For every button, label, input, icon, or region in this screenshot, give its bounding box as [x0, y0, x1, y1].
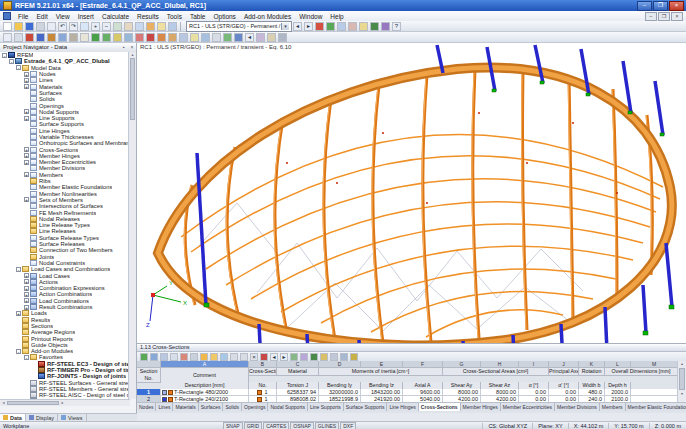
units-icon[interactable]	[267, 33, 276, 42]
expander-icon[interactable]	[32, 374, 37, 379]
table-panel-title[interactable]: 1.13 Cross-Sections	[137, 344, 686, 352]
table-delete-all-icon[interactable]: ×	[250, 353, 258, 361]
menu-item[interactable]: Window	[295, 13, 326, 20]
torsion-cell[interactable]: 6258337.94	[277, 389, 319, 396]
table-tab[interactable]: Line Supports	[308, 403, 344, 411]
printout-report-icon[interactable]	[348, 22, 357, 31]
zoom-out-icon[interactable]: −	[102, 22, 111, 31]
shear-az-cell[interactable]: 8000.00	[481, 389, 519, 396]
table-apply-icon[interactable]	[140, 353, 148, 361]
table-copy-row-icon[interactable]	[160, 353, 168, 361]
status-toggle-button[interactable]: GLINES	[315, 422, 339, 429]
view-3d-icon[interactable]	[234, 33, 243, 42]
expander-icon[interactable]: +	[24, 305, 29, 310]
row-number-cell[interactable]: 1	[137, 389, 161, 396]
scroll-left-icon[interactable]: ◂	[0, 400, 7, 406]
table-view-mode-icon[interactable]	[200, 353, 208, 361]
insert-opening-icon[interactable]	[80, 33, 89, 42]
column-letter[interactable]: E	[361, 361, 403, 368]
expander-icon[interactable]	[24, 191, 29, 196]
insert-member-icon[interactable]	[47, 33, 56, 42]
dimension-icon[interactable]	[179, 33, 188, 42]
table-refresh-icon[interactable]	[220, 353, 228, 361]
table-tab[interactable]: Line Hinges	[387, 403, 418, 411]
expander-icon[interactable]: -	[9, 59, 14, 64]
redo-icon[interactable]: ↷	[69, 22, 78, 31]
table-colors-icon[interactable]	[350, 353, 358, 361]
load-case-combobox[interactable]: RC1 - ULS (STR/GEO) - Permanent / trar ▾	[186, 21, 292, 32]
expander-icon[interactable]	[24, 103, 29, 108]
table-tab[interactable]: Materials	[173, 403, 198, 411]
menu-item[interactable]: Edit	[32, 13, 51, 20]
new-icon[interactable]	[3, 22, 12, 31]
member-hinge-icon[interactable]	[113, 33, 122, 42]
expander-icon[interactable]: +	[24, 279, 29, 284]
tree-item[interactable]: RF-STEEL Surfaces - General stress analy…	[24, 379, 130, 385]
column-letter[interactable]: A	[161, 361, 249, 368]
tree-item[interactable]: RF-STEEL Members - General stress analys…	[24, 386, 130, 392]
expander-icon[interactable]	[24, 204, 29, 209]
table-tab[interactable]: Lines	[156, 403, 173, 411]
expander-icon[interactable]: +	[24, 197, 29, 202]
expander-icon[interactable]	[24, 248, 29, 253]
show-navigator-icon[interactable]	[157, 22, 166, 31]
tree-item[interactable]: RF-STEEL AISC - Design of steel members …	[24, 392, 130, 398]
table-filter-icon[interactable]	[210, 353, 218, 361]
menu-item[interactable]: Help	[326, 13, 347, 20]
member-load-icon[interactable]	[157, 33, 166, 42]
menu-item[interactable]: File	[14, 13, 32, 20]
table-edit-icon[interactable]	[150, 353, 158, 361]
expander-icon[interactable]	[24, 128, 29, 133]
menu-item[interactable]: Insert	[74, 13, 98, 20]
expander-icon[interactable]: +	[16, 311, 21, 316]
expander-icon[interactable]: -	[16, 267, 21, 272]
column-letter[interactable]: M	[631, 361, 678, 368]
mdi-close-button[interactable]: ×	[671, 12, 683, 21]
expander-icon[interactable]: +	[24, 298, 29, 303]
scroll-right-icon[interactable]: ▸	[59, 400, 66, 406]
material-cell[interactable]: 1	[249, 389, 277, 396]
expander-icon[interactable]	[16, 330, 21, 335]
calculate-all-icon[interactable]	[315, 22, 324, 31]
table-select-icon[interactable]	[290, 353, 298, 361]
select-special-icon[interactable]	[14, 33, 23, 42]
table-calc-icon[interactable]	[320, 353, 328, 361]
column-letter[interactable]: K	[579, 361, 605, 368]
expander-icon[interactable]	[24, 141, 29, 146]
table-delete-row-icon[interactable]	[180, 353, 188, 361]
table-tab[interactable]: Solids	[223, 403, 242, 411]
column-letter[interactable]: B	[249, 361, 277, 368]
expander-icon[interactable]	[24, 380, 29, 385]
rotation-cell[interactable]: 0.00	[549, 389, 579, 396]
status-toggle-button[interactable]: SNAP	[223, 422, 243, 429]
expander-icon[interactable]	[24, 210, 29, 215]
table-units-icon[interactable]	[330, 353, 338, 361]
expander-icon[interactable]	[16, 342, 21, 347]
table-insert-row-icon[interactable]	[170, 353, 178, 361]
axial-area-cell[interactable]: 9600.00	[403, 389, 443, 396]
status-toggle-button[interactable]: OSNAP	[290, 422, 314, 429]
tree-item[interactable]: Orthotropic Surfaces and Membranes	[24, 140, 130, 146]
zoom-window-icon[interactable]	[80, 22, 89, 31]
move-view-icon[interactable]	[113, 22, 122, 31]
table-tab[interactable]: Members	[600, 403, 626, 411]
open-icon[interactable]	[14, 22, 23, 31]
expander-icon[interactable]	[24, 216, 29, 221]
tree-item[interactable]: RF-JOINTS - Design of joints	[32, 373, 130, 379]
expander-icon[interactable]: +	[24, 286, 29, 291]
expander-icon[interactable]	[16, 317, 21, 322]
menu-item[interactable]: View	[52, 13, 74, 20]
expander-icon[interactable]	[24, 254, 29, 259]
insert-node-icon[interactable]	[25, 33, 34, 42]
status-toggle-button[interactable]: DXF	[340, 422, 356, 429]
nodal-load-icon[interactable]	[146, 33, 155, 42]
tree-item[interactable]: RF-TIMBER Pro - Design of timber members	[32, 367, 130, 373]
table-jump-start-icon[interactable]	[260, 353, 268, 361]
help-icon[interactable]: ?	[392, 22, 401, 31]
table-tab[interactable]: Surfaces	[199, 403, 224, 411]
expander-icon[interactable]: -	[16, 65, 21, 70]
maximize-button[interactable]: ❐	[653, 1, 668, 11]
comment-icon[interactable]	[190, 33, 199, 42]
shear-ay-cell[interactable]: 8000.00	[443, 389, 481, 396]
expander-icon[interactable]	[24, 122, 29, 127]
